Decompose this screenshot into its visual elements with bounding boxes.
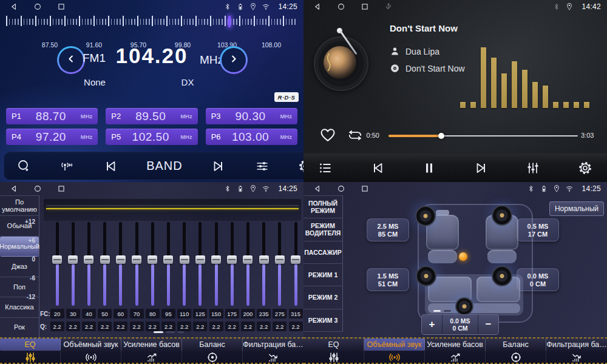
nav-back-icon[interactable] xyxy=(313,184,322,193)
filtration-icon[interactable] xyxy=(243,351,304,364)
nav-recents-icon[interactable] xyxy=(57,184,66,193)
nav-home-icon[interactable] xyxy=(33,184,42,193)
progress-bar[interactable] xyxy=(388,132,578,140)
eq-band-slider-95[interactable] xyxy=(163,222,174,306)
radio-preset-p4[interactable]: P497.20MHz xyxy=(6,129,98,145)
nav-home-icon[interactable] xyxy=(337,184,345,193)
tab-eq[interactable]: EQ xyxy=(0,337,61,364)
slider-thumb[interactable] xyxy=(116,255,126,264)
eq-band-slider-110[interactable] xyxy=(179,222,190,306)
progress-thumb[interactable] xyxy=(438,133,444,139)
listening-position-dot[interactable] xyxy=(459,252,467,261)
eq-band-slider-80[interactable] xyxy=(147,222,158,306)
nav-recents-icon[interactable] xyxy=(361,184,369,193)
tab-label[interactable]: Фильтрация ба… xyxy=(546,339,607,351)
surround-sound-icon[interactable] xyxy=(364,351,425,364)
previous-track-icon[interactable] xyxy=(370,161,385,175)
tab-label[interactable]: Фильтрация ба… xyxy=(243,339,304,351)
filtration-icon[interactable] xyxy=(546,351,607,364)
tab-bass-boost[interactable]: Усиление басов xyxy=(121,337,182,364)
tab-label[interactable]: EQ xyxy=(304,339,364,351)
listening-mode-item-5[interactable]: РЕЖИМ 3 xyxy=(304,309,342,332)
tab-label[interactable]: Баланс xyxy=(486,339,546,351)
radio-preset-p2[interactable]: P289.50MHz xyxy=(106,108,197,124)
tab-label[interactable]: Объёмный звук xyxy=(364,339,425,351)
slider-thumb[interactable] xyxy=(132,255,141,264)
tab-eq[interactable]: EQ xyxy=(304,337,364,364)
band-button[interactable]: BAND xyxy=(146,159,183,173)
slider-thumb[interactable] xyxy=(163,255,173,264)
frequency-down-button[interactable] xyxy=(57,46,85,74)
tab-label[interactable]: EQ xyxy=(0,339,61,351)
settings-gear-icon[interactable] xyxy=(298,159,304,174)
eq-icon[interactable] xyxy=(0,351,61,364)
eq-band-slider-315[interactable] xyxy=(290,222,301,306)
scale-pointer[interactable] xyxy=(228,16,231,27)
slider-thumb[interactable] xyxy=(275,255,285,264)
tab-label[interactable]: Баланс xyxy=(182,339,243,351)
frequency-scale[interactable]: 87.5091.6095.7099.80103.90108.00 xyxy=(6,16,297,39)
bass-boost-icon[interactable] xyxy=(121,351,182,364)
nav-home-icon[interactable] xyxy=(33,2,42,11)
slider-thumb[interactable] xyxy=(227,255,237,264)
tab-balance[interactable]: Баланс xyxy=(486,337,546,364)
nav-back-icon[interactable] xyxy=(10,2,18,11)
listening-mode-item-0[interactable]: ПОЛНЫЙ РЕЖИМ xyxy=(304,196,342,218)
eq-band-slider-50[interactable] xyxy=(100,222,110,306)
eq-band-slider-175[interactable] xyxy=(226,222,237,306)
slider-thumb[interactable] xyxy=(84,255,93,264)
eq-band-slider-275[interactable] xyxy=(274,222,285,306)
radio-preset-p6[interactable]: P6103.00MHz xyxy=(206,129,297,145)
listening-mode-item-3[interactable]: РЕЖИМ 1 xyxy=(304,264,342,286)
nav-recents-icon[interactable] xyxy=(57,2,66,11)
tab-label[interactable]: Усиление басов xyxy=(425,339,486,351)
nav-home-icon[interactable] xyxy=(337,2,345,11)
eq-band-slider-60[interactable] xyxy=(115,222,126,306)
nav-recents-icon[interactable] xyxy=(361,2,369,11)
balance-icon[interactable] xyxy=(486,351,546,364)
tab-label[interactable]: Усиление басов xyxy=(121,339,182,351)
eq-band-slider-70[interactable] xyxy=(131,222,142,306)
eq-band-slider-200[interactable] xyxy=(242,222,253,306)
search-icon[interactable] xyxy=(16,159,31,174)
slider-thumb[interactable] xyxy=(180,255,189,264)
decrease-delay-button[interactable]: − xyxy=(478,315,498,334)
listening-mode-item-4[interactable]: РЕЖИМ 2 xyxy=(304,286,342,309)
eq-band-slider-20[interactable] xyxy=(52,222,63,306)
increase-delay-button[interactable]: + xyxy=(422,315,442,334)
favorite-heart-icon[interactable] xyxy=(319,126,336,143)
delay-rear-left-button[interactable]: 1.5 MS 51 CM xyxy=(367,268,409,291)
radio-preset-p5[interactable]: P5102.50MHz xyxy=(106,129,197,145)
tab-bass-boost[interactable]: Усиление басов xyxy=(425,337,486,364)
nav-back-icon[interactable] xyxy=(10,184,18,193)
bass-boost-icon[interactable] xyxy=(425,351,486,364)
broadcast-icon[interactable] xyxy=(59,159,74,174)
listening-mode-item-1[interactable]: РЕЖИМ ВОДИТЕЛЯ xyxy=(304,218,342,241)
eq-band-slider-40[interactable] xyxy=(83,222,94,306)
slider-thumb[interactable] xyxy=(148,255,157,264)
eq-band-slider-235[interactable] xyxy=(259,222,270,306)
eq-band-slider-30[interactable] xyxy=(67,222,78,306)
slider-thumb[interactable] xyxy=(291,255,300,264)
frequency-up-button[interactable] xyxy=(220,46,248,74)
slider-thumb[interactable] xyxy=(100,255,110,264)
delay-front-left-button[interactable]: 2.5 MS 85 CM xyxy=(367,218,409,241)
listening-mode-item-2[interactable]: ПАССАЖИР xyxy=(304,241,342,264)
eq-band-slider-125[interactable] xyxy=(195,222,206,306)
slider-thumb[interactable] xyxy=(195,255,205,264)
settings-gear-icon[interactable] xyxy=(578,161,592,175)
eq-icon[interactable] xyxy=(304,351,364,364)
tab-filtration[interactable]: Фильтрация ба… xyxy=(243,337,304,364)
next-station-icon[interactable] xyxy=(211,159,226,174)
radio-preset-p1[interactable]: P188.70MHz xyxy=(6,108,98,124)
sliders-icon[interactable] xyxy=(255,159,270,174)
next-track-icon[interactable] xyxy=(474,161,489,175)
playlist-icon[interactable] xyxy=(318,161,333,175)
balance-icon[interactable] xyxy=(182,351,243,364)
tab-balance[interactable]: Баланс xyxy=(182,337,243,364)
nav-back-icon[interactable] xyxy=(313,2,322,11)
pause-icon[interactable] xyxy=(422,161,436,175)
profile-button[interactable]: Нормальный xyxy=(549,201,604,216)
tab-label[interactable]: Объёмный звук xyxy=(61,339,121,351)
slider-thumb[interactable] xyxy=(52,255,62,264)
